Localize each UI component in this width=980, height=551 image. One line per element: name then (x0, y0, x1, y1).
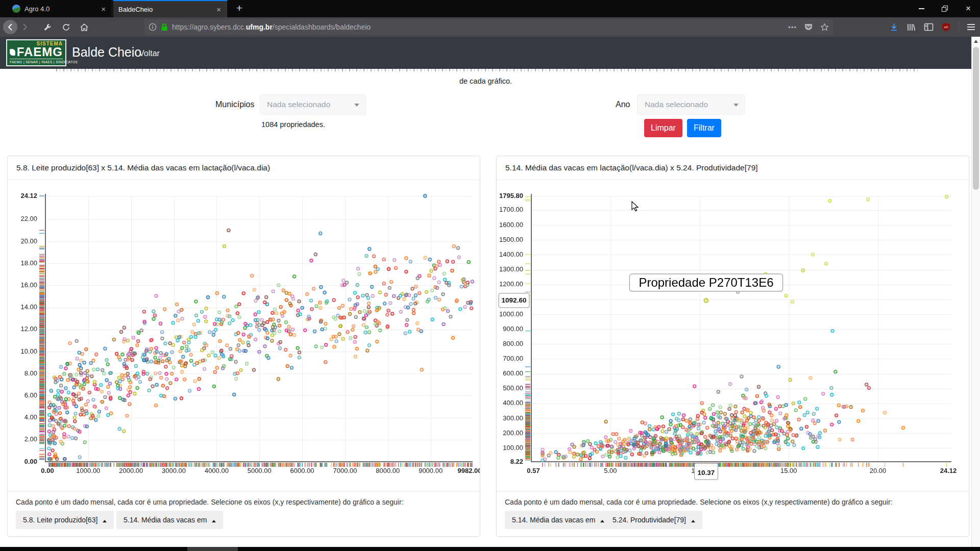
scatter-chart-right[interactable] (497, 180, 969, 490)
url-text: https://agro.sybers.dcc.ufmg.br/speciald… (172, 23, 784, 31)
reload-icon (62, 23, 70, 32)
site-navbar: SISTEMA FAEMG FAEMG | SENAR | INAES | SI… (0, 37, 971, 69)
https-lock-icon[interactable] (161, 23, 168, 31)
new-tab-button[interactable]: + (231, 0, 248, 17)
pocket-icon[interactable] (804, 23, 813, 31)
chart-title-right: 5.14. Média das vacas em lactação(l/vaca… (497, 156, 969, 180)
chart-note: Cada ponto é um dado mensal, cada cor é … (505, 498, 893, 506)
downloads-icon[interactable] (890, 23, 898, 32)
browser-window: Agro 4.0 × BaldeCheio × + × (0, 0, 980, 551)
tab-baldecheio[interactable]: BaldeCheio × (113, 0, 227, 17)
minimize-button[interactable] (910, 0, 933, 17)
municipios-select[interactable]: Nada selecionado (259, 94, 366, 115)
chart-title-left: 5.8. Leite produzido[63] x 5.14. Média d… (8, 156, 480, 180)
scatter-chart-left[interactable] (8, 180, 480, 490)
faemg-logo: SISTEMA FAEMG FAEMG | SENAR | INAES | SI… (6, 39, 66, 66)
chevron-up-icon (600, 520, 604, 522)
chevron-up-icon (103, 520, 107, 522)
intro-line: de cada gráfico. (0, 77, 971, 85)
forward-arrow-icon (21, 23, 29, 31)
site-brand[interactable]: Balde Cheio (72, 45, 141, 60)
chevron-up-icon (691, 520, 695, 522)
tab-agro40[interactable]: Agro 4.0 × (7, 0, 112, 17)
chevron-down-icon (733, 104, 739, 107)
reload-button[interactable] (58, 19, 74, 35)
chevron-down-icon (354, 104, 359, 107)
site-info-icon[interactable] (149, 23, 157, 31)
logo-faemg-text: FAEMG (17, 46, 63, 58)
chart-footer-left: Cada ponto é um dado mensal, cada cor é … (8, 491, 480, 537)
logo-entities-text: FAEMG | SENAR | INAES | SINDICATOS (10, 59, 63, 64)
tab-title: Agro 4.0 (24, 5, 97, 13)
limpar-button[interactable]: Limpar (644, 119, 682, 137)
bookmark-star-icon[interactable] (820, 23, 829, 31)
filtrar-button[interactable]: Filtrar (687, 119, 721, 137)
chart-card-left: 5.8. Leite produzido[63] x 5.14. Média d… (7, 156, 480, 537)
wrench-icon (43, 23, 52, 32)
ano-label: Ano (616, 100, 630, 109)
page-scrollbar[interactable] (971, 37, 980, 547)
y-axis-select-right[interactable]: 5.24. Produtividade[79] (605, 511, 702, 529)
forward-button[interactable] (17, 19, 33, 35)
home-button[interactable] (77, 19, 92, 35)
tab-close-icon[interactable]: × (100, 5, 107, 13)
url-bar[interactable]: https://agro.sybers.dcc.ufmg.br/speciald… (144, 19, 833, 35)
scrollbar-thumb[interactable] (973, 47, 979, 190)
tab-bar: Agro 4.0 × BaldeCheio × + × (0, 0, 980, 17)
ublock-shield-icon[interactable]: uO (942, 22, 950, 32)
municipios-value: Nada selecionado (267, 100, 330, 109)
chart-note: Cada ponto é um dado mensal, cada cor é … (16, 498, 404, 506)
page-actions-icon[interactable]: ••• (788, 23, 797, 31)
back-button[interactable] (3, 20, 17, 34)
home-icon (80, 23, 89, 32)
scroll-up-icon[interactable] (974, 40, 978, 43)
y-axis-select-left[interactable]: 5.14. Média das vacas em (116, 511, 223, 529)
leaf-icon (10, 49, 15, 56)
close-button[interactable]: × (957, 0, 980, 17)
municipios-label: Municípios (215, 100, 254, 109)
properties-count: 1084 propriedades. (261, 120, 325, 129)
tab-title: BaldeCheio (118, 6, 212, 13)
x-axis-select-right[interactable]: 5.14. Média das vacas em (505, 511, 611, 529)
ano-select[interactable]: Nada selecionado (637, 94, 745, 115)
back-arrow-icon (6, 23, 14, 31)
sidebar-icon[interactable] (924, 23, 934, 31)
chart-card-right: 5.14. Média das vacas em lactação(l/vaca… (496, 156, 969, 537)
browser-toolbar: https://agro.sybers.dcc.ufmg.br/speciald… (0, 17, 980, 37)
mouse-cursor (631, 201, 641, 212)
taskbar-segment (187, 547, 238, 551)
library-icon[interactable] (906, 23, 916, 32)
ano-value: Nada selecionado (645, 100, 708, 109)
page-content: SISTEMA FAEMG FAEMG | SENAR | INAES | SI… (0, 37, 980, 547)
bottom-taskbar (0, 547, 980, 551)
toolbar-right-icons: uO (890, 19, 975, 35)
voltar-link[interactable]: Voltar (139, 49, 160, 58)
restore-button[interactable] (933, 0, 957, 17)
wrench-button[interactable] (40, 19, 55, 35)
toolbar-separator (959, 21, 959, 33)
menu-icon[interactable] (967, 24, 975, 30)
agro-favicon-icon (12, 5, 20, 13)
page-actions: ••• (788, 23, 829, 31)
tab-close-icon[interactable]: × (215, 5, 222, 14)
clipped-text-line (56, 69, 919, 71)
chevron-up-icon (212, 520, 216, 522)
window-controls: × (910, 0, 980, 17)
chart-footer-right: Cada ponto é um dado mensal, cada cor é … (497, 491, 969, 537)
svg-text:uO: uO (944, 26, 948, 29)
x-axis-select-left[interactable]: 5.8. Leite produzido[63] (16, 511, 114, 529)
